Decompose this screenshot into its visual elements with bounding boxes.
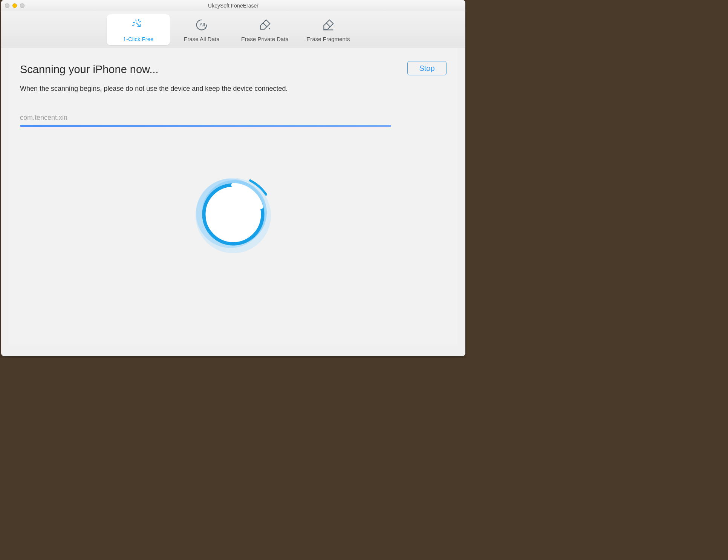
tab-label: Erase Fragments	[306, 36, 350, 42]
svg-point-3	[269, 28, 270, 29]
titlebar: UkeySoft FoneEraser	[1, 0, 465, 11]
scanning-spinner-icon	[190, 171, 277, 258]
eraser-fragments-icon	[321, 17, 336, 34]
tab-label: Erase All Data	[184, 36, 219, 42]
tab-erase-all-data[interactable]: All Erase All Data	[170, 14, 233, 45]
stop-button[interactable]: Stop	[407, 61, 447, 75]
svg-text:All: All	[199, 22, 205, 28]
page-heading: Scanning your iPhone now...	[20, 63, 447, 76]
tab-label: Erase Private Data	[241, 36, 289, 42]
svg-line-4	[326, 23, 330, 27]
minimize-window-button[interactable]	[12, 3, 17, 8]
eraser-icon	[257, 17, 272, 34]
window-title: UkeySoft FoneEraser	[1, 3, 465, 9]
svg-point-11	[207, 188, 259, 240]
svg-point-1	[205, 27, 206, 29]
cursor-click-icon	[131, 17, 146, 34]
erase-all-icon: All	[194, 17, 209, 34]
main-content: Scanning your iPhone now... Stop When th…	[9, 48, 458, 345]
tab-erase-fragments[interactable]: Erase Fragments	[297, 14, 360, 45]
toolbar: 1-Click Free All Erase All Data	[1, 11, 465, 48]
app-window: UkeySoft FoneEraser 1-Click Free	[1, 0, 465, 356]
page-subheading: When the scanning begins, please do not …	[20, 85, 447, 93]
tab-1-click-free[interactable]: 1-Click Free	[107, 14, 170, 45]
progress-bar	[20, 125, 447, 127]
zoom-window-button[interactable]	[20, 3, 24, 8]
close-window-button[interactable]	[5, 3, 9, 8]
progress-fill	[20, 125, 391, 127]
window-controls	[5, 3, 24, 8]
tab-erase-private-data[interactable]: Erase Private Data	[233, 14, 297, 45]
tab-label: 1-Click Free	[123, 36, 154, 42]
svg-line-2	[263, 23, 267, 27]
current-scan-item: com.tencent.xin	[20, 114, 447, 122]
